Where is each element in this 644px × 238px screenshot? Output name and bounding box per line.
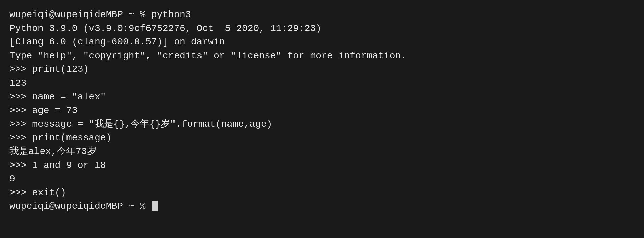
terminal-line: 9 (9, 172, 635, 186)
terminal-line: >>> name = "alex" (9, 90, 635, 104)
terminal-line: wupeiqi@wupeiqideMBP ~ % python3 (9, 8, 635, 22)
terminal-line: >>> age = 73 (9, 104, 635, 118)
terminal-line: 123 (9, 77, 635, 90)
terminal-cursor (152, 201, 158, 211)
terminal-line: Python 3.9.0 (v3.9.0:9cf6752276, Oct 5 2… (9, 22, 635, 36)
terminal-line: >>> message = "我是{},今年{}岁".format(name,a… (9, 118, 635, 131)
terminal-line: >>> print(123) (9, 63, 635, 77)
terminal-window[interactable]: wupeiqi@wupeiqideMBP ~ % python3Python 3… (0, 0, 644, 238)
terminal-line: wupeiqi@wupeiqideMBP ~ % (9, 200, 635, 213)
terminal-line: 我是alex,今年73岁 (9, 145, 635, 159)
terminal-line: [Clang 6.0 (clang-600.0.57)] on darwin (9, 35, 635, 49)
terminal-line: Type "help", "copyright", "credits" or "… (9, 49, 635, 63)
terminal-line: >>> exit() (9, 186, 635, 200)
terminal-line: >>> 1 and 9 or 18 (9, 159, 635, 173)
terminal-line: >>> print(message) (9, 131, 635, 145)
